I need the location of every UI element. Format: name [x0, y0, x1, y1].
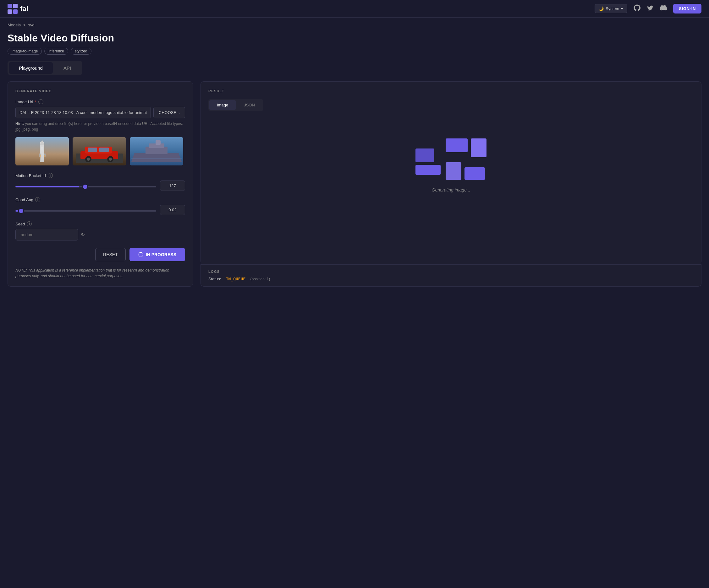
- seed-input-row: ↻: [16, 229, 185, 241]
- svg-point-19: [109, 158, 112, 161]
- car-svg: [73, 137, 126, 165]
- image-url-input[interactable]: [16, 107, 151, 118]
- cond-aug-section: Cond Aug i: [16, 197, 185, 215]
- breadcrumb: Models > svd: [7, 23, 702, 27]
- page-title: Stable Video Diffusion: [7, 32, 702, 44]
- fal-block-5: [446, 162, 461, 180]
- tag-stylized: stylized: [71, 48, 91, 55]
- logs-title: LOGS: [208, 270, 693, 274]
- motion-bucket-section: Motion Bucket Id i: [16, 173, 185, 191]
- breadcrumb-models[interactable]: Models: [7, 23, 21, 27]
- generate-video-title: GENERATE VIDEO: [16, 89, 185, 93]
- breadcrumb-sep: >: [23, 23, 26, 27]
- breadcrumb-current: svd: [28, 23, 34, 27]
- seed-info-icon[interactable]: i: [27, 221, 32, 226]
- header-left: fal: [7, 4, 28, 14]
- note-text: NOTE: This application is a reference im…: [16, 268, 185, 279]
- fal-bottom-row: [446, 162, 487, 180]
- result-tab-json[interactable]: JSON: [236, 100, 262, 110]
- seed-label-text: Seed: [16, 222, 25, 226]
- logs-panel: LOGS Status: IN_QUEUE (position: 1): [201, 264, 702, 287]
- hint-text: Hint: you can drag and drop file(s) here…: [16, 121, 185, 132]
- discord-icon[interactable]: [660, 4, 667, 13]
- chevron-down-icon: ▾: [621, 6, 623, 11]
- svg-rect-1: [13, 4, 18, 8]
- main-tabs: Playground API: [7, 61, 82, 75]
- refresh-icon[interactable]: ↻: [81, 232, 85, 237]
- motion-bucket-label: Motion Bucket Id i: [16, 173, 185, 178]
- theme-label: System: [606, 6, 619, 11]
- spinner-icon: [138, 252, 143, 257]
- in-progress-button[interactable]: IN PROGRESS: [130, 248, 185, 261]
- tab-api[interactable]: API: [53, 62, 81, 74]
- tabs-section: Playground API: [0, 61, 709, 81]
- tags-container: image-to-image inference stylized: [7, 48, 702, 55]
- result-tabs: Image JSON: [208, 99, 263, 111]
- result-tab-image[interactable]: Image: [209, 100, 236, 110]
- logo-text: fal: [20, 5, 28, 13]
- tag-image-to-image: image-to-image: [7, 48, 42, 55]
- sign-in-button[interactable]: SIGN-IN: [673, 4, 702, 13]
- github-icon[interactable]: [634, 4, 640, 13]
- generating-area: Generating image...: [208, 118, 693, 213]
- svg-rect-2: [7, 9, 12, 14]
- fal-block-1: [416, 148, 434, 162]
- page-title-section: Stable Video Diffusion image-to-image in…: [0, 30, 709, 61]
- image-url-field: Image Url * i CHOOSE... Hint: you can dr…: [16, 99, 185, 132]
- fal-block-2: [416, 165, 441, 175]
- preview-ship[interactable]: [130, 137, 183, 165]
- svg-rect-0: [7, 4, 12, 8]
- tab-playground[interactable]: Playground: [9, 62, 53, 74]
- fal-left-blocks: [416, 148, 441, 175]
- motion-bucket-value-input[interactable]: [160, 180, 185, 191]
- cond-aug-label-text: Cond Aug: [16, 197, 33, 202]
- fal-block-3: [446, 138, 468, 152]
- tag-inference: inference: [44, 48, 68, 55]
- svg-point-17: [87, 158, 90, 161]
- action-buttons: RESET IN PROGRESS: [16, 248, 185, 261]
- choose-button[interactable]: CHOOSE...: [153, 107, 185, 118]
- header: fal 🌙 System ▾ SIGN-IN: [0, 0, 709, 18]
- status-position: (position: 1): [251, 277, 270, 281]
- url-input-row: CHOOSE...: [16, 107, 185, 118]
- motion-bucket-slider-row: [16, 180, 185, 191]
- svg-rect-25: [156, 140, 161, 145]
- status-value: IN_QUEUE: [226, 277, 246, 281]
- in-progress-label: IN PROGRESS: [146, 252, 176, 257]
- required-indicator: *: [35, 100, 36, 104]
- motion-bucket-info-icon[interactable]: i: [48, 173, 53, 178]
- fal-right-blocks: [446, 138, 487, 180]
- fal-top-row: [446, 138, 487, 157]
- result-panel: RESULT Image JSON: [201, 81, 702, 264]
- breadcrumb-section: Models > svd: [0, 18, 709, 30]
- cond-aug-slider-row: [16, 205, 185, 215]
- cond-aug-slider[interactable]: [16, 210, 156, 212]
- svg-point-9: [40, 154, 45, 158]
- moon-icon: 🌙: [599, 6, 604, 11]
- fal-block-6: [465, 167, 485, 180]
- image-url-info-icon[interactable]: i: [38, 99, 43, 104]
- cond-aug-slider-wrapper: [16, 207, 156, 213]
- cond-aug-value-input[interactable]: [160, 205, 185, 215]
- svg-rect-3: [13, 9, 18, 14]
- motion-bucket-slider[interactable]: [16, 186, 156, 188]
- cond-aug-info-icon[interactable]: i: [35, 197, 40, 202]
- svg-rect-15: [99, 147, 109, 152]
- seed-input[interactable]: [16, 229, 78, 241]
- reset-button[interactable]: RESET: [95, 248, 126, 261]
- fal-logo-pattern: [416, 138, 487, 180]
- rocket-svg: [16, 137, 69, 165]
- right-panel: RESULT Image JSON: [201, 81, 702, 287]
- logo-icon: [7, 4, 18, 14]
- logo[interactable]: fal: [7, 4, 28, 14]
- motion-bucket-label-text: Motion Bucket Id: [16, 173, 46, 178]
- generating-text: Generating image...: [432, 188, 470, 192]
- image-url-label: Image Url * i: [16, 99, 185, 104]
- cond-aug-label: Cond Aug i: [16, 197, 185, 202]
- preview-rocket[interactable]: [16, 137, 69, 165]
- preview-car[interactable]: [73, 137, 126, 165]
- fal-block-4: [471, 138, 487, 157]
- twitter-icon[interactable]: [647, 4, 654, 13]
- status-key-label: Status:: [208, 277, 221, 281]
- theme-selector[interactable]: 🌙 System ▾: [595, 4, 627, 13]
